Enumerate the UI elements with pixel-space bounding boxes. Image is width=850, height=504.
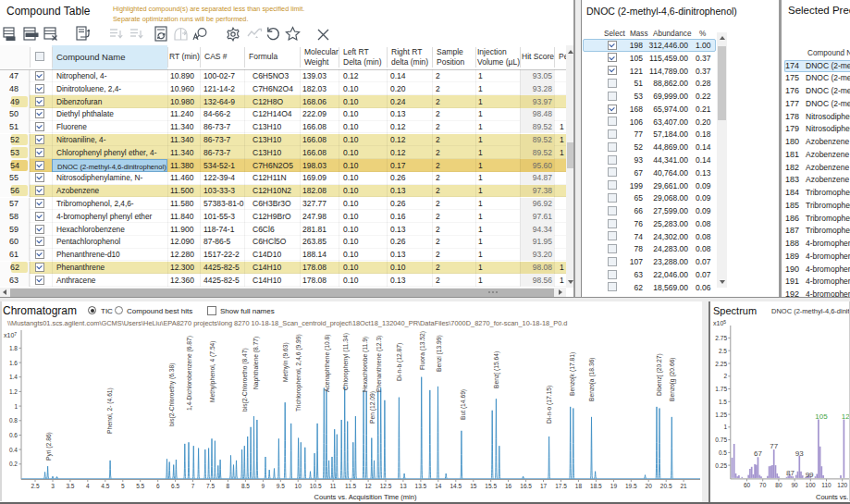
svg-text:15: 15 (470, 483, 477, 489)
svg-text:17.5: 17.5 (555, 483, 567, 489)
svg-text:110: 110 (821, 482, 832, 488)
svg-text:2.25: 2.25 (715, 361, 727, 367)
svg-text:5: 5 (121, 483, 125, 489)
svg-text:2: 2 (723, 373, 727, 379)
svg-text:6.5: 6.5 (171, 483, 179, 489)
svg-text:99: 99 (806, 471, 814, 479)
svg-text:13.5: 13.5 (415, 483, 427, 489)
svg-text:12: 12 (364, 483, 372, 489)
svg-text:10.5: 10.5 (310, 483, 322, 489)
svg-text:90: 90 (791, 482, 798, 488)
svg-text:14.5: 14.5 (450, 483, 462, 489)
svg-text:x105: x105 (713, 319, 726, 326)
svg-text:9: 9 (262, 483, 265, 489)
svg-text:60: 60 (744, 482, 751, 488)
svg-text:6: 6 (156, 483, 160, 489)
svg-text:93: 93 (795, 449, 804, 458)
svg-text:Dibenz[ (20.27): Dibenz[ (20.27) (656, 353, 663, 396)
svg-text:Pen (12.09): Pen (12.09) (369, 391, 376, 424)
svg-text:Fluora (13.52): Fluora (13.52) (419, 331, 426, 370)
svg-text:18.5: 18.5 (590, 483, 602, 489)
svg-text:9.5: 9.5 (277, 483, 285, 489)
svg-text:Chlorophenyl (11.34): Chlorophenyl (11.34) (342, 333, 350, 390)
svg-text:19: 19 (610, 483, 618, 489)
svg-text:11.5: 11.5 (345, 483, 357, 489)
svg-text:Benz[ (15.64): Benz[ (15.64) (493, 351, 500, 388)
svg-text:Trichlorophenol, 2,4,6 (9.99): Trichlorophenol, 2,4,6 (9.99) (295, 334, 302, 412)
svg-text:Hexachlorobe (11.9): Hexachlorobe (11.9) (362, 337, 369, 392)
svg-text:0.75: 0.75 (715, 436, 727, 443)
svg-text:10: 10 (295, 483, 302, 489)
svg-text:0.8: 0.8 (9, 417, 18, 424)
svg-text:Pyri (2.86): Pyri (2.86) (45, 432, 53, 461)
svg-text:Counts vs. Acquisition Time (m: Counts vs. Acquisition Time (min) (314, 493, 417, 501)
svg-text:Benzi (13.99): Benzi (13.99) (436, 335, 443, 372)
svg-text:7: 7 (191, 483, 195, 489)
svg-text:1.6: 1.6 (9, 360, 18, 366)
svg-text:1.2: 1.2 (9, 388, 18, 395)
svg-text:2.5: 2.5 (719, 348, 727, 354)
svg-text:4.5: 4.5 (101, 483, 109, 489)
svg-text:0.5: 0.5 (719, 449, 727, 456)
svg-text:Phenanthrene (12.3): Phenanthrene (12.3) (376, 336, 383, 392)
svg-text:1.75: 1.75 (715, 386, 727, 392)
svg-text:x107: x107 (4, 331, 17, 338)
svg-text:1.4: 1.4 (9, 374, 18, 380)
svg-text:14: 14 (435, 483, 442, 489)
svg-text:67: 67 (754, 449, 762, 458)
svg-text:0.6: 0.6 (9, 432, 18, 438)
svg-text:19.5: 19.5 (625, 483, 637, 489)
svg-text:4: 4 (86, 483, 90, 489)
svg-text:80: 80 (775, 482, 782, 488)
svg-text:Acenaphthene (10.8): Acenaphthene (10.8) (324, 335, 331, 392)
svg-text:16.5: 16.5 (520, 483, 532, 489)
svg-text:Benzo[k (17.81): Benzo[k (17.81) (569, 352, 576, 396)
svg-text:Di-n-b (12.87): Di-n-b (12.87) (396, 343, 403, 381)
svg-text:1: 1 (723, 424, 727, 430)
svg-text:bis(2-Chloroethy (6.38): bis(2-Chloroethy (6.38) (168, 363, 176, 426)
svg-text:70: 70 (759, 482, 767, 488)
svg-text:1.25: 1.25 (715, 412, 727, 418)
svg-text:11: 11 (330, 483, 337, 489)
svg-text:1: 1 (14, 403, 18, 410)
svg-text:7.5: 7.5 (206, 483, 215, 489)
svg-text:Methylphenol, 4 (7.54): Methylphenol, 4 (7.54) (209, 340, 216, 402)
svg-text:1.8: 1.8 (9, 345, 18, 351)
svg-text:Phenol, 2- (4.61): Phenol, 2- (4.61) (106, 387, 114, 434)
svg-text:Benzo[a (18.36): Benzo[a (18.36) (588, 357, 596, 401)
svg-text:Di-n-o (17.15): Di-n-o (17.15) (546, 386, 553, 424)
svg-text:18: 18 (575, 483, 583, 489)
svg-text:20.5: 20.5 (660, 483, 672, 489)
svg-text:20: 20 (646, 483, 653, 489)
svg-text:2.5: 2.5 (31, 483, 39, 489)
svg-text:3.5: 3.5 (66, 483, 74, 489)
svg-text:1.5: 1.5 (719, 399, 727, 405)
svg-text:5.5: 5.5 (136, 483, 144, 489)
svg-text:16: 16 (505, 483, 512, 489)
svg-text:8.5: 8.5 (241, 483, 250, 489)
svg-text:Benzo[g (20.66): Benzo[g (20.66) (669, 357, 676, 401)
svg-text:100: 100 (806, 482, 816, 488)
svg-text:2.75: 2.75 (715, 335, 727, 341)
svg-text:12.5: 12.5 (380, 483, 392, 489)
svg-text:17: 17 (540, 483, 548, 489)
svg-text:13: 13 (400, 483, 407, 489)
svg-text:120: 120 (837, 482, 847, 488)
svg-text:8: 8 (227, 483, 230, 489)
svg-text:Methyln (9.63): Methyln (9.63) (282, 342, 289, 382)
svg-text:3: 3 (51, 483, 55, 489)
svg-text:Counts vs. Mass-to-Charge (m/z: Counts vs. Mass-to-Charge (m/z) (816, 493, 850, 501)
svg-text:But (14.69): But (14.69) (460, 389, 467, 420)
svg-text:0.25: 0.25 (715, 462, 727, 469)
svg-text:21: 21 (680, 483, 687, 489)
svg-text:1,4-Dichlorobenzene (6.87): 1,4-Dichlorobenzene (6.87) (186, 336, 193, 411)
svg-text:105: 105 (815, 412, 828, 421)
svg-text:15.5: 15.5 (485, 483, 497, 489)
svg-text:Naphthalene (8.77): Naphthalene (8.77) (253, 337, 260, 389)
svg-text:bis(2-Chloroetho (8.47): bis(2-Chloroetho (8.47) (241, 348, 249, 412)
svg-text:87: 87 (786, 469, 795, 477)
svg-text:77: 77 (770, 442, 778, 450)
svg-text:0.4: 0.4 (9, 447, 18, 453)
svg-text:0.2: 0.2 (9, 461, 18, 467)
